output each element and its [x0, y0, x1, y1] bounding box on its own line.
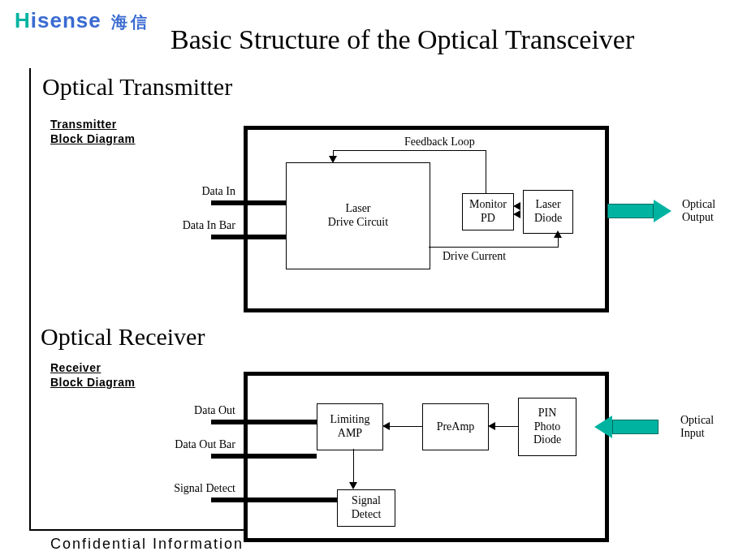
data-out-label: Data Out [146, 404, 235, 417]
signal-detect-label: Signal Detect [146, 482, 235, 495]
receiver-sub-line1: Receiver [50, 361, 101, 374]
preamp-to-limiting-line [390, 426, 422, 427]
transmitter-sub-title: Transmitter Block Diagram [50, 118, 136, 146]
laser-diode-box: Laser Diode [523, 190, 573, 234]
data-in-bar-label: Data In Bar [146, 219, 235, 232]
transmitter-section-title: Optical Transmitter [42, 73, 232, 101]
data-out-bar-wire [211, 454, 317, 459]
hisense-logo: Hisense 海信 [15, 8, 150, 33]
receiver-sub-line2: Block Diagram [50, 376, 136, 389]
laser-drive-circuit-box: Laser Drive Circuit [286, 162, 430, 269]
signal-detect-box: Signal Detect [337, 489, 395, 527]
optical-input-label: Optical Input [680, 414, 714, 440]
feedback-line-up [486, 150, 486, 193]
data-in-bar-wire [211, 235, 286, 239]
data-in-label: Data In [146, 185, 235, 198]
preamp-box: PreAmp [422, 403, 489, 450]
receiver-sub-title: Receiver Block Diagram [50, 361, 136, 390]
transmitter-sub-line1: Transmitter [50, 118, 117, 131]
signal-detect-wire [211, 498, 337, 502]
optical-input-arrow-icon [594, 417, 658, 437]
data-out-bar-label: Data Out Bar [146, 438, 235, 451]
frame-vertical [29, 68, 31, 531]
logo-rest: isense [31, 8, 101, 32]
feedback-arrowhead-icon [329, 156, 337, 163]
limiting-to-sig-arrowhead-icon [349, 482, 357, 489]
optical-output-label: Optical Output [682, 198, 715, 224]
feedback-line-left [333, 150, 486, 151]
data-in-wire [211, 200, 286, 205]
drive-current-arrowhead-icon [554, 230, 562, 238]
limiting-amp-box: Limiting AMP [317, 403, 383, 450]
optical-output-arrow-icon [607, 201, 671, 221]
confidential-label: Confidential Information [50, 536, 244, 553]
pin-photo-diode-box: PIN Photo Diode [518, 398, 576, 456]
monitor-pd-box: Monitor PD [462, 193, 514, 230]
pd-laser-arrow-1 [513, 202, 520, 210]
drive-current-line-h [429, 247, 559, 248]
pd-laser-arrow-2 [513, 210, 520, 218]
data-out-wire [211, 420, 317, 424]
page-title: Basic Structure of the Optical Transceiv… [171, 24, 634, 55]
drive-current-label: Drive Current [443, 250, 506, 263]
logo-chinese: 海信 [111, 13, 150, 31]
feedback-loop-label: Feedback Loop [404, 136, 475, 149]
receiver-section-title: Optical Receiver [41, 323, 205, 351]
pin-to-preamp-line [495, 426, 518, 427]
limiting-to-sig-line [353, 449, 354, 484]
preamp-to-limiting-arrowhead-icon [382, 422, 390, 430]
transmitter-sub-line2: Block Diagram [50, 132, 136, 145]
pin-to-preamp-arrowhead-icon [488, 422, 495, 430]
logo-letter-h: H [15, 8, 31, 32]
